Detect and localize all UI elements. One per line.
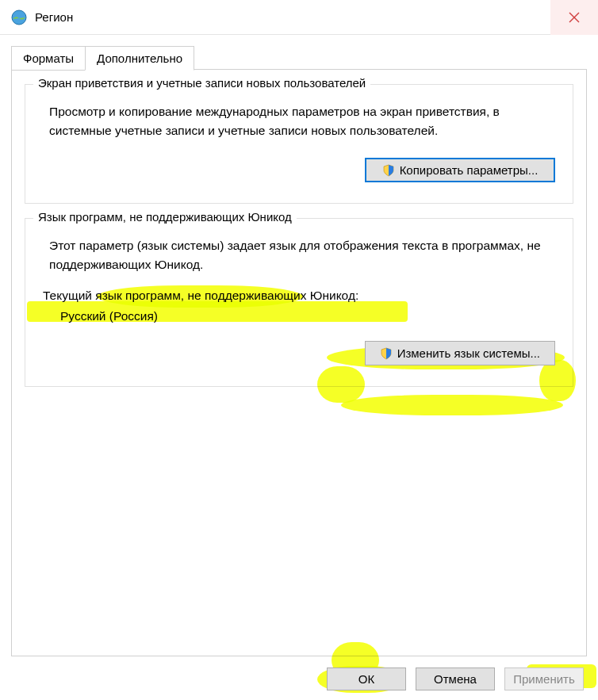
tab-area: Форматы Дополнительно Экран приветствия … [0,35,598,656]
copy-parameters-button[interactable]: Копировать параметры... [365,158,555,182]
tab-formats[interactable]: Форматы [11,46,86,71]
apply-button[interactable]: Применить [504,667,584,690]
cancel-label: Отмена [434,672,477,686]
group-non-unicode: Язык программ, не поддерживающих Юникод … [25,218,573,387]
current-language-label: Текущий язык программ, не поддерживающих… [43,289,555,303]
group-non-unicode-desc: Этот параметр (язык системы) задает язык… [43,236,555,274]
ok-button[interactable]: ОК [327,667,406,690]
group-welcome-accounts: Экран приветствия и учетные записи новых… [25,84,573,204]
titlebar: Регион [0,0,598,35]
change-system-locale-button[interactable]: Изменить язык системы... [365,341,555,365]
apply-label: Применить [513,672,575,686]
tab-additional-label: Дополнительно [97,52,182,65]
annotation-highlight [539,360,576,401]
ok-label: ОК [358,672,374,686]
dialog-button-bar: ОК Отмена Применить [327,667,584,690]
group-non-unicode-legend: Язык программ, не поддерживающих Юникод [33,210,297,224]
close-button[interactable] [550,0,598,35]
group-welcome-legend: Экран приветствия и учетные записи новых… [33,76,370,90]
cancel-button[interactable]: Отмена [416,667,495,690]
close-icon [569,12,580,23]
globe-icon [11,10,27,25]
tab-additional[interactable]: Дополнительно [85,46,194,71]
window-title: Регион [35,10,550,24]
tab-strip: Форматы Дополнительно [11,43,587,70]
shield-icon [380,347,393,360]
current-language-value: Русский (Россия) [60,309,555,323]
change-system-locale-label: Изменить язык системы... [397,346,540,360]
shield-icon [382,164,395,177]
group-welcome-desc: Просмотр и копирование международных пар… [43,102,555,140]
annotation-highlight [341,395,563,415]
tab-content: Экран приветствия и учетные записи новых… [11,70,587,656]
annotation-highlight [317,366,365,403]
copy-parameters-label: Копировать параметры... [400,163,539,177]
tab-formats-label: Форматы [23,52,74,65]
tab-spacer [194,43,587,70]
